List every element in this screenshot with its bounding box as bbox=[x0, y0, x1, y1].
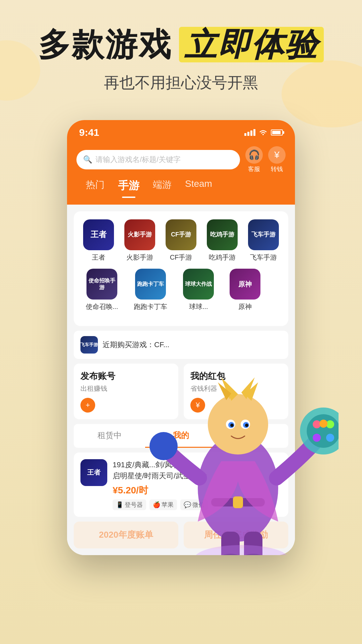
feature-cards: 发布账号 出租赚钱 + 我的红包 省钱利器 ¥ bbox=[74, 364, 288, 419]
svg-point-15 bbox=[307, 414, 339, 448]
customer-service-btn[interactable]: 🎧 客服 bbox=[245, 146, 263, 173]
listing-card[interactable]: 王者 191皮/典藏...剑/凤求凰/启明星使/时雨天司/武圣/一念 ¥5.20… bbox=[74, 452, 288, 517]
tab-renting[interactable]: 租赁中 bbox=[74, 424, 145, 448]
svg-point-17 bbox=[326, 420, 334, 428]
bottom-card-annual[interactable]: 2020年度账单 bbox=[74, 522, 178, 548]
app-content: 王者 王者 火影手游 火影手游 CF手游 bbox=[67, 205, 295, 555]
red-packet-card[interactable]: 我的红包 省钱利器 ¥ bbox=[184, 364, 288, 419]
battery-icon bbox=[271, 129, 283, 136]
bottom-card-annual-text: 2020年度账单 bbox=[99, 529, 153, 541]
game-wangzhe[interactable]: 王者 王者 bbox=[83, 219, 114, 262]
background: 多款游戏 立即体验 再也不用担心没号开黑 9:41 bbox=[0, 0, 362, 644]
bottom-card-task[interactable]: 周任务 完成奖励 bbox=[184, 522, 288, 548]
transfer-label: 转钱 bbox=[271, 165, 283, 173]
redpacket-subtitle: 省钱利器 bbox=[190, 384, 282, 393]
tab-steam[interactable]: Steam bbox=[185, 178, 212, 198]
game-shiming[interactable]: 使命招唤手游 使命召唤... bbox=[86, 269, 118, 311]
title-part1: 多款游戏 bbox=[38, 27, 172, 62]
game-icon-qiuqiu: 球球大作战 bbox=[183, 269, 214, 300]
tag-login-device: 📱 登号器 bbox=[113, 499, 146, 510]
game-icon-chiji: 吃鸡手游 bbox=[207, 219, 238, 250]
search-placeholder-text: 请输入游戏名/标题/关键字 bbox=[96, 155, 181, 165]
listing-game-icon: 王者 bbox=[80, 459, 107, 486]
tab-mine[interactable]: 我的 bbox=[145, 424, 217, 448]
status-bar: 9:41 bbox=[67, 120, 295, 142]
game-name-huoying: 火影手游 bbox=[126, 253, 153, 262]
game-name-paopao: 跑跑卡丁车 bbox=[134, 302, 167, 311]
transfer-btn[interactable]: ¥ 转钱 bbox=[268, 146, 286, 173]
status-icons bbox=[244, 129, 283, 136]
tab-hot[interactable]: 热门 bbox=[86, 178, 105, 198]
search-icon: 🔍 bbox=[83, 155, 92, 164]
game-name-yuanshen: 原神 bbox=[238, 302, 252, 311]
game-icon-cf: CF手游 bbox=[166, 219, 196, 250]
transfer-icon: ¥ bbox=[268, 146, 286, 164]
game-cf[interactable]: CF手游 CF手游 bbox=[166, 219, 196, 262]
recent-text: 近期购买游戏：CF... bbox=[103, 340, 169, 350]
publish-account-card[interactable]: 发布账号 出租赚钱 + bbox=[74, 364, 178, 419]
wifi-icon bbox=[259, 129, 267, 136]
content-tabs: 租赁中 我的 买 bbox=[74, 424, 288, 448]
game-feiche[interactable]: 飞车手游 飞车手游 bbox=[248, 219, 279, 262]
publish-icon: + bbox=[80, 398, 95, 413]
game-yuanshen[interactable]: 原神 原神 bbox=[230, 269, 260, 311]
title-part2-highlight: 立即体验 bbox=[179, 27, 324, 62]
signal-icon bbox=[244, 129, 255, 136]
game-chiji[interactable]: 吃鸡手游 吃鸡手游 bbox=[207, 219, 238, 262]
tag-apple: 🍎 苹果 bbox=[149, 499, 177, 510]
search-bar[interactable]: 🔍 请输入游戏名/标题/关键字 bbox=[76, 150, 240, 169]
game-name-chiji: 吃鸡手游 bbox=[209, 253, 236, 262]
tab-mobile[interactable]: 手游 bbox=[118, 178, 139, 198]
search-row: 🔍 请输入游戏名/标题/关键字 🎧 客服 ¥ 转钱 bbox=[76, 146, 286, 173]
redpacket-title: 我的红包 bbox=[190, 370, 282, 382]
tab-pc[interactable]: 端游 bbox=[153, 178, 172, 198]
listing-description: 191皮/典藏...剑/凤求凰/启明星使/时雨天司/武圣/一念 bbox=[113, 459, 282, 481]
game-name-shiming: 使命召唤... bbox=[86, 302, 118, 311]
svg-point-16 bbox=[313, 420, 321, 428]
customer-service-icon: 🎧 bbox=[245, 146, 263, 164]
tag-wechat: 💬 微信 bbox=[180, 499, 208, 510]
game-paopao[interactable]: 跑跑卡丁车 跑跑卡丁车 bbox=[134, 269, 167, 311]
svg-point-19 bbox=[313, 434, 321, 442]
redpacket-icon: ¥ bbox=[190, 398, 205, 413]
svg-point-20 bbox=[326, 434, 334, 442]
game-icon-wangzhe: 王者 bbox=[83, 219, 114, 250]
game-icon-paopao: 跑跑卡丁车 bbox=[135, 269, 166, 300]
games-row-2: 使命招唤手游 使命召唤... 跑跑卡丁车 跑跑卡丁车 球 bbox=[80, 269, 282, 311]
recent-game-icon: 飞车手游 bbox=[80, 336, 98, 354]
subtitle: 再也不用担心没号开黑 bbox=[20, 72, 342, 93]
game-huoying[interactable]: 火影手游 火影手游 bbox=[124, 219, 155, 262]
listing-desc-text: 191皮/典藏...剑/凤求凰/启明星使/时雨天司/武圣/一念 bbox=[113, 461, 207, 480]
phone-container: 9:41 bbox=[50, 120, 312, 555]
phone-mockup: 9:41 bbox=[67, 120, 295, 555]
app-header: 🔍 请输入游戏名/标题/关键字 🎧 客服 ¥ 转钱 bbox=[67, 142, 295, 205]
game-name-cf: CF手游 bbox=[170, 253, 192, 262]
header-actions: 🎧 客服 ¥ 转钱 bbox=[245, 146, 286, 173]
game-name-wangzhe: 王者 bbox=[92, 253, 105, 262]
game-name-qiuqiu: 球球... bbox=[189, 302, 208, 311]
recent-purchase-bar[interactable]: 飞车手游 近期购买游戏：CF... bbox=[74, 331, 288, 359]
listing-info: 191皮/典藏...剑/凤求凰/启明星使/时雨天司/武圣/一念 ¥5.20/时 … bbox=[113, 459, 282, 510]
nav-tabs: 热门 手游 端游 Steam bbox=[76, 173, 286, 198]
status-time: 9:41 bbox=[79, 127, 99, 138]
game-name-feiche: 飞车手游 bbox=[250, 253, 277, 262]
bottom-card-task-text: 周任务 完成奖励 bbox=[204, 529, 267, 541]
game-icon-yuanshen: 原神 bbox=[230, 269, 260, 300]
games-grid: 王者 王者 火影手游 火影手游 CF手游 bbox=[74, 211, 288, 326]
svg-point-14 bbox=[300, 408, 339, 454]
svg-point-18 bbox=[319, 420, 327, 428]
bottom-cards: 2020年度账单 周任务 完成奖励 bbox=[74, 522, 288, 548]
games-row-1: 王者 王者 火影手游 火影手游 CF手游 bbox=[80, 219, 282, 262]
game-icon-shiming: 使命招唤手游 bbox=[86, 269, 117, 300]
header-area: 多款游戏 立即体验 再也不用担心没号开黑 bbox=[0, 0, 362, 107]
publish-title: 发布账号 bbox=[80, 370, 172, 382]
game-qiuqiu[interactable]: 球球大作战 球球... bbox=[183, 269, 214, 311]
tab-buy[interactable]: 买 bbox=[217, 424, 288, 448]
listing-tags: 📱 登号器 🍎 苹果 💬 微信 bbox=[113, 499, 282, 510]
customer-service-label: 客服 bbox=[248, 165, 260, 173]
game-icon-huoying: 火影手游 bbox=[124, 219, 155, 250]
listing-price: ¥5.20/时 bbox=[113, 484, 282, 497]
game-icon-feiche: 飞车手游 bbox=[248, 219, 279, 250]
publish-subtitle: 出租赚钱 bbox=[80, 384, 172, 393]
main-title: 多款游戏 立即体验 bbox=[20, 27, 342, 62]
